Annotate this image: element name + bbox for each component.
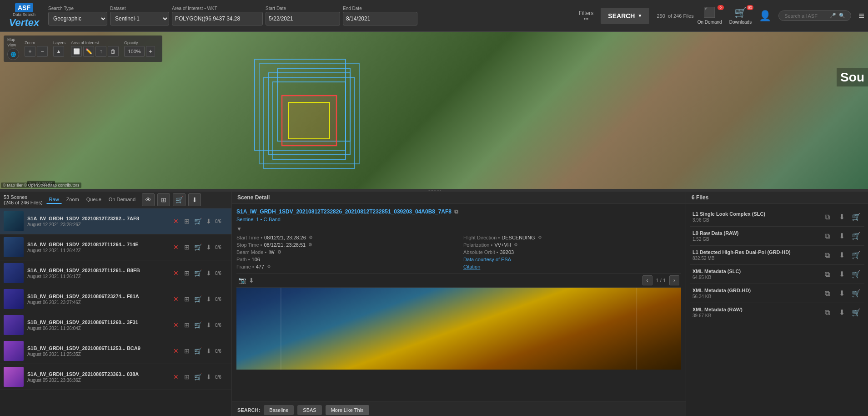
file-copy-button[interactable]: ⧉ — [822, 250, 833, 261]
scene-cart-button[interactable]: 🛒 — [193, 294, 202, 304]
scene-grid-button[interactable]: ⊞ — [157, 193, 170, 206]
end-date-input[interactable] — [343, 12, 417, 25]
scene-remove-button[interactable]: ✕ — [171, 243, 181, 252]
sbas-button[interactable]: SBAS — [297, 405, 321, 415]
beam-mode-gear-icon[interactable]: ⚙ — [277, 249, 281, 254]
scene-cart-button[interactable]: 🛒 — [193, 372, 202, 381]
file-copy-button[interactable]: ⧉ — [822, 231, 833, 242]
scene-remove-button[interactable]: ✕ — [171, 346, 181, 355]
scene-image-button[interactable]: ⊞ — [182, 243, 191, 252]
polarization-gear-icon[interactable]: ⚙ — [514, 242, 518, 247]
file-download-button[interactable]: ⬇ — [836, 212, 847, 223]
scene-download-btn[interactable]: ⬇ — [204, 372, 213, 381]
detail-expand-arrow[interactable]: ▼ — [236, 226, 681, 232]
scene-download-btn[interactable]: ⬇ — [204, 217, 213, 226]
scene-download-btn[interactable]: ⬇ — [204, 294, 213, 304]
scene-download-btn[interactable]: ⬇ — [204, 346, 213, 355]
scene-remove-button[interactable]: ✕ — [171, 294, 181, 304]
aoi-draw-button[interactable]: ⬜ — [71, 46, 82, 57]
scene-cart-button[interactable]: 🛒 — [193, 269, 202, 278]
opacity-input[interactable] — [124, 46, 145, 57]
copy-icon[interactable]: ⧉ — [454, 208, 458, 215]
layers-button[interactable]: ▲ — [53, 46, 64, 57]
opacity-add-button[interactable]: + — [146, 46, 155, 57]
zoom-in-button[interactable]: + — [25, 46, 35, 57]
scene-list-item[interactable]: S1B_IW_GRDH_1SDV_20210806T11260... 3F31 … — [0, 312, 231, 338]
baseline-button[interactable]: Baseline — [264, 405, 294, 415]
aoi-edit-button[interactable]: ✏️ — [83, 46, 94, 57]
more-like-this-button[interactable]: More Like This — [326, 405, 369, 415]
scene-list-item[interactable]: S1A_IW_GRDH_1SDV_20210812T23282... 7AF8 … — [0, 208, 231, 234]
scene-remove-button[interactable]: ✕ — [171, 217, 181, 226]
file-cart-button[interactable]: 🛒 — [851, 231, 862, 242]
scene-download-small-button[interactable]: ⬇ — [249, 277, 254, 284]
file-download-button[interactable]: ⬇ — [836, 250, 847, 261]
frame-gear-icon[interactable]: ⚙ — [267, 264, 271, 269]
scene-list-item[interactable]: S1B_IW_GRDH_1SDV_20210806T11253... BCA9 … — [0, 338, 231, 364]
scene-cart-button[interactable]: 🛒 — [193, 346, 202, 355]
aoi-upload-button[interactable]: ↑ — [95, 46, 106, 57]
scene-image-button[interactable]: ⊞ — [182, 346, 191, 355]
file-download-button[interactable]: ⬇ — [836, 269, 847, 280]
scene-image-button[interactable]: ⊞ — [182, 294, 191, 304]
tab-raw[interactable]: Raw — [46, 196, 62, 204]
scene-cart-button[interactable]: 🛒 — [193, 320, 202, 330]
tab-on-demand[interactable]: On Demand — [106, 196, 138, 204]
user-profile-button[interactable]: 👤 — [759, 10, 771, 22]
scene-image-button[interactable]: ⊞ — [182, 269, 191, 278]
scene-download-btn[interactable]: ⬇ — [204, 320, 213, 330]
file-download-button[interactable]: ⬇ — [836, 307, 847, 318]
search-type-select[interactable]: Geographic — [48, 12, 107, 25]
scene-list-item[interactable]: S1A_IW_GRDH_1SDV_20210805T23363... 038A … — [0, 364, 231, 390]
file-copy-button[interactable]: ⧉ — [822, 212, 833, 223]
map-view-button[interactable]: 🌐 — [7, 48, 19, 60]
scene-image-button[interactable]: ⊞ — [182, 320, 191, 330]
file-download-button[interactable]: ⬇ — [836, 231, 847, 242]
scene-cart-button[interactable]: 🛒 — [193, 217, 202, 226]
flight-direction-gear-icon[interactable]: ⚙ — [538, 235, 542, 240]
aoi-clear-button[interactable]: 🗑 — [108, 46, 119, 57]
dataset-select[interactable]: Sentinel-1 — [110, 12, 169, 25]
scene-queue-button[interactable]: 🛒 — [173, 193, 186, 206]
scene-remove-button[interactable]: ✕ — [171, 269, 181, 278]
start-date-input[interactable] — [266, 12, 340, 25]
scene-remove-button[interactable]: ✕ — [171, 372, 181, 381]
scene-download-btn[interactable]: ⬇ — [204, 243, 213, 252]
nav-next-button[interactable]: › — [669, 275, 679, 285]
hamburger-menu-button[interactable]: ≡ — [858, 10, 864, 22]
scene-list-item[interactable]: S1A_IW_GRDH_1SDV_20210812T11264... 714E … — [0, 234, 231, 260]
scene-screenshot-button[interactable]: 📷 — [238, 277, 246, 284]
file-cart-button[interactable]: 🛒 — [851, 250, 862, 261]
aoi-input[interactable] — [172, 12, 263, 25]
file-cart-button[interactable]: 🛒 — [851, 288, 862, 299]
tab-queue[interactable]: Queue — [84, 196, 104, 204]
scene-eye-button[interactable]: 👁 — [142, 193, 155, 206]
file-copy-button[interactable]: ⧉ — [822, 307, 833, 318]
scene-download-button[interactable]: ⬇ — [188, 193, 201, 206]
global-search-input[interactable] — [784, 13, 827, 19]
scene-list-item[interactable]: S1B_IW_GRDH_1SDV_20210806T23274... F81A … — [0, 286, 231, 312]
data-courtesy-text[interactable]: Data courtesy of ESA — [463, 257, 511, 262]
file-cart-button[interactable]: 🛒 — [851, 269, 862, 280]
file-copy-button[interactable]: ⧉ — [822, 288, 833, 299]
tab-zoom[interactable]: Zoom — [64, 196, 82, 204]
file-cart-button[interactable]: 🛒 — [851, 212, 862, 223]
file-copy-button[interactable]: ⧉ — [822, 269, 833, 280]
file-cart-button[interactable]: 🛒 — [851, 307, 862, 318]
scene-remove-button[interactable]: ✕ — [171, 320, 181, 330]
scene-download-btn[interactable]: ⬇ — [204, 269, 213, 278]
filters-button[interactable]: Filters — [579, 10, 594, 16]
stop-time-gear-icon[interactable]: ⚙ — [308, 242, 312, 247]
nav-prev-button[interactable]: ‹ — [642, 275, 652, 285]
zoom-out-button[interactable]: − — [37, 46, 48, 57]
downloads-button[interactable]: 🛒 95 Downloads — [729, 7, 752, 25]
search-button[interactable]: SEARCH ▼ — [601, 8, 649, 24]
scene-cart-button[interactable]: 🛒 — [193, 243, 202, 252]
scene-image-button[interactable]: ⊞ — [182, 217, 191, 226]
start-time-gear-icon[interactable]: ⚙ — [309, 235, 313, 240]
on-demand-button[interactable]: ⬛ 0 On Demand — [697, 7, 722, 25]
file-download-button[interactable]: ⬇ — [836, 288, 847, 299]
scene-image-button[interactable]: ⊞ — [182, 372, 191, 381]
scene-detail-content[interactable]: S1A_IW_GRDH_1SDV_20210812T232826_2021081… — [232, 204, 686, 401]
scene-list-item[interactable]: S1A_IW_GRDH_1SDV_20210812T11261... B8FB … — [0, 260, 231, 286]
